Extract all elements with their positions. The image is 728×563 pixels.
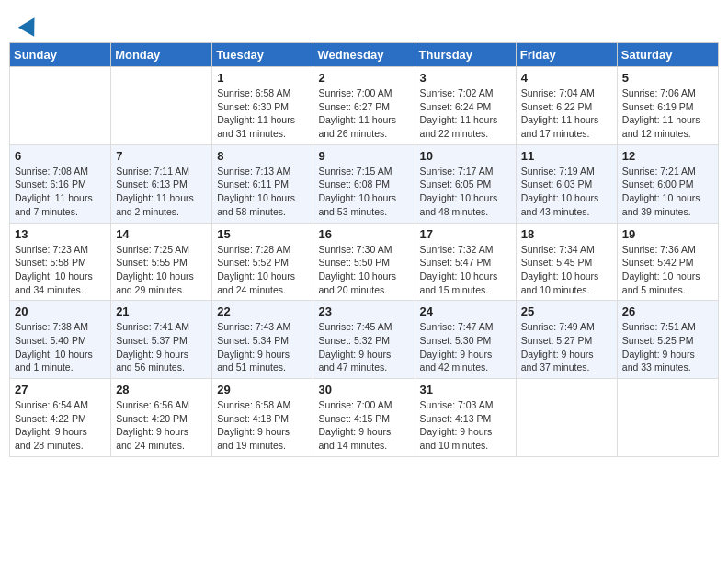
- calendar-cell: 4Sunrise: 7:04 AMSunset: 6:22 PMDaylight…: [516, 67, 617, 145]
- day-number: 18: [521, 227, 612, 241]
- day-number: 26: [622, 304, 713, 318]
- calendar-week-row: 6Sunrise: 7:08 AMSunset: 6:16 PMDaylight…: [10, 144, 719, 223]
- day-number: 22: [217, 304, 308, 318]
- weekday-header: Saturday: [617, 43, 718, 67]
- day-number: 17: [420, 227, 511, 241]
- cell-details: Sunrise: 7:03 AMSunset: 4:13 PMDaylight:…: [420, 399, 494, 451]
- calendar-cell: 29Sunrise: 6:58 AMSunset: 4:18 PMDayligh…: [212, 379, 313, 457]
- day-number: 16: [318, 227, 409, 241]
- page-header: [9, 9, 719, 37]
- cell-details: Sunrise: 6:54 AMSunset: 4:22 PMDaylight:…: [15, 399, 88, 451]
- cell-details: Sunrise: 7:19 AMSunset: 6:03 PMDaylight:…: [521, 166, 599, 217]
- logo-blue-text: [18, 17, 40, 33]
- calendar-cell: 20Sunrise: 7:38 AMSunset: 5:40 PMDayligh…: [10, 301, 111, 379]
- calendar-cell: [10, 67, 111, 145]
- calendar-cell: 11Sunrise: 7:19 AMSunset: 6:03 PMDayligh…: [516, 144, 617, 223]
- day-number: 10: [420, 149, 511, 163]
- cell-details: Sunrise: 7:51 AMSunset: 5:25 PMDaylight:…: [622, 321, 696, 373]
- cell-details: Sunrise: 6:56 AMSunset: 4:20 PMDaylight:…: [116, 399, 189, 451]
- day-number: 29: [217, 383, 308, 396]
- calendar-week-row: 20Sunrise: 7:38 AMSunset: 5:40 PMDayligh…: [10, 301, 719, 379]
- day-number: 31: [420, 383, 511, 396]
- calendar-cell: 15Sunrise: 7:28 AMSunset: 5:52 PMDayligh…: [212, 223, 313, 301]
- calendar-cell: 9Sunrise: 7:15 AMSunset: 6:08 PMDaylight…: [313, 144, 415, 223]
- cell-details: Sunrise: 7:41 AMSunset: 5:37 PMDaylight:…: [116, 321, 189, 373]
- day-number: 24: [420, 304, 511, 318]
- cell-details: Sunrise: 7:23 AMSunset: 5:58 PMDaylight:…: [15, 244, 93, 295]
- calendar-cell: 26Sunrise: 7:51 AMSunset: 5:25 PMDayligh…: [617, 301, 718, 379]
- calendar-cell: 18Sunrise: 7:34 AMSunset: 5:45 PMDayligh…: [516, 223, 617, 301]
- calendar-cell: 17Sunrise: 7:32 AMSunset: 5:47 PMDayligh…: [415, 223, 516, 301]
- day-number: 28: [116, 383, 207, 396]
- cell-details: Sunrise: 7:00 AMSunset: 4:15 PMDaylight:…: [318, 399, 392, 451]
- calendar-cell: 2Sunrise: 7:00 AMSunset: 6:27 PMDaylight…: [313, 67, 415, 145]
- calendar-table: SundayMondayTuesdayWednesdayThursdayFrid…: [9, 42, 719, 457]
- day-number: 15: [217, 227, 308, 241]
- cell-details: Sunrise: 7:21 AMSunset: 6:00 PMDaylight:…: [622, 166, 700, 217]
- cell-details: Sunrise: 7:49 AMSunset: 5:27 PMDaylight:…: [521, 321, 595, 373]
- cell-details: Sunrise: 7:15 AMSunset: 6:08 PMDaylight:…: [318, 166, 396, 217]
- calendar-cell: 31Sunrise: 7:03 AMSunset: 4:13 PMDayligh…: [415, 379, 516, 457]
- cell-details: Sunrise: 7:06 AMSunset: 6:19 PMDaylight:…: [622, 87, 700, 139]
- cell-details: Sunrise: 7:04 AMSunset: 6:22 PMDaylight:…: [521, 87, 599, 139]
- calendar-cell: 30Sunrise: 7:00 AMSunset: 4:15 PMDayligh…: [313, 379, 415, 457]
- day-number: 11: [521, 149, 612, 163]
- day-number: 21: [116, 304, 207, 318]
- day-number: 4: [521, 71, 612, 85]
- day-number: 25: [521, 304, 612, 318]
- cell-details: Sunrise: 7:43 AMSunset: 5:34 PMDaylight:…: [217, 321, 290, 373]
- cell-details: Sunrise: 7:02 AMSunset: 6:24 PMDaylight:…: [420, 87, 498, 139]
- day-number: 3: [420, 71, 511, 85]
- calendar-cell: [617, 379, 718, 457]
- calendar-cell: 24Sunrise: 7:47 AMSunset: 5:30 PMDayligh…: [415, 301, 516, 379]
- calendar-cell: 27Sunrise: 6:54 AMSunset: 4:22 PMDayligh…: [10, 379, 111, 457]
- day-number: 14: [116, 227, 207, 241]
- calendar-cell: 22Sunrise: 7:43 AMSunset: 5:34 PMDayligh…: [212, 301, 313, 379]
- cell-details: Sunrise: 7:25 AMSunset: 5:55 PMDaylight:…: [116, 244, 194, 295]
- day-number: 23: [318, 304, 409, 318]
- logo: [18, 17, 40, 33]
- weekday-header: Wednesday: [313, 43, 415, 67]
- cell-details: Sunrise: 7:34 AMSunset: 5:45 PMDaylight:…: [521, 244, 599, 295]
- calendar-cell: 5Sunrise: 7:06 AMSunset: 6:19 PMDaylight…: [617, 67, 718, 145]
- weekday-header: Sunday: [10, 43, 111, 67]
- day-number: 8: [217, 149, 308, 163]
- calendar-cell: 23Sunrise: 7:45 AMSunset: 5:32 PMDayligh…: [313, 301, 415, 379]
- calendar-cell: 14Sunrise: 7:25 AMSunset: 5:55 PMDayligh…: [111, 223, 212, 301]
- cell-details: Sunrise: 7:47 AMSunset: 5:30 PMDaylight:…: [420, 321, 494, 373]
- calendar-header-row: SundayMondayTuesdayWednesdayThursdayFrid…: [10, 43, 719, 67]
- day-number: 19: [622, 227, 713, 241]
- cell-details: Sunrise: 7:13 AMSunset: 6:11 PMDaylight:…: [217, 166, 295, 217]
- weekday-header: Monday: [111, 43, 212, 67]
- calendar-cell: 8Sunrise: 7:13 AMSunset: 6:11 PMDaylight…: [212, 144, 313, 223]
- cell-details: Sunrise: 7:00 AMSunset: 6:27 PMDaylight:…: [318, 87, 396, 139]
- cell-details: Sunrise: 7:08 AMSunset: 6:16 PMDaylight:…: [15, 166, 93, 217]
- logo-triangle-icon: [18, 13, 42, 37]
- calendar-cell: 10Sunrise: 7:17 AMSunset: 6:05 PMDayligh…: [415, 144, 516, 223]
- day-number: 20: [15, 304, 106, 318]
- day-number: 12: [622, 149, 713, 163]
- weekday-header: Tuesday: [212, 43, 313, 67]
- day-number: 6: [15, 149, 106, 163]
- weekday-header: Thursday: [415, 43, 516, 67]
- calendar-cell: 6Sunrise: 7:08 AMSunset: 6:16 PMDaylight…: [10, 144, 111, 223]
- cell-details: Sunrise: 7:30 AMSunset: 5:50 PMDaylight:…: [318, 244, 396, 295]
- calendar-cell: [111, 67, 212, 145]
- calendar-cell: 12Sunrise: 7:21 AMSunset: 6:00 PMDayligh…: [617, 144, 718, 223]
- cell-details: Sunrise: 7:11 AMSunset: 6:13 PMDaylight:…: [116, 166, 194, 217]
- day-number: 27: [15, 383, 106, 396]
- calendar-cell: 25Sunrise: 7:49 AMSunset: 5:27 PMDayligh…: [516, 301, 617, 379]
- calendar-cell: 21Sunrise: 7:41 AMSunset: 5:37 PMDayligh…: [111, 301, 212, 379]
- cell-details: Sunrise: 7:17 AMSunset: 6:05 PMDaylight:…: [420, 166, 498, 217]
- cell-details: Sunrise: 7:28 AMSunset: 5:52 PMDaylight:…: [217, 244, 295, 295]
- calendar-cell: [516, 379, 617, 457]
- cell-details: Sunrise: 7:36 AMSunset: 5:42 PMDaylight:…: [622, 244, 700, 295]
- calendar-cell: 19Sunrise: 7:36 AMSunset: 5:42 PMDayligh…: [617, 223, 718, 301]
- day-number: 30: [318, 383, 409, 396]
- day-number: 13: [15, 227, 106, 241]
- day-number: 7: [116, 149, 207, 163]
- day-number: 1: [217, 71, 308, 85]
- calendar-cell: 1Sunrise: 6:58 AMSunset: 6:30 PMDaylight…: [212, 67, 313, 145]
- calendar-cell: 16Sunrise: 7:30 AMSunset: 5:50 PMDayligh…: [313, 223, 415, 301]
- calendar-cell: 3Sunrise: 7:02 AMSunset: 6:24 PMDaylight…: [415, 67, 516, 145]
